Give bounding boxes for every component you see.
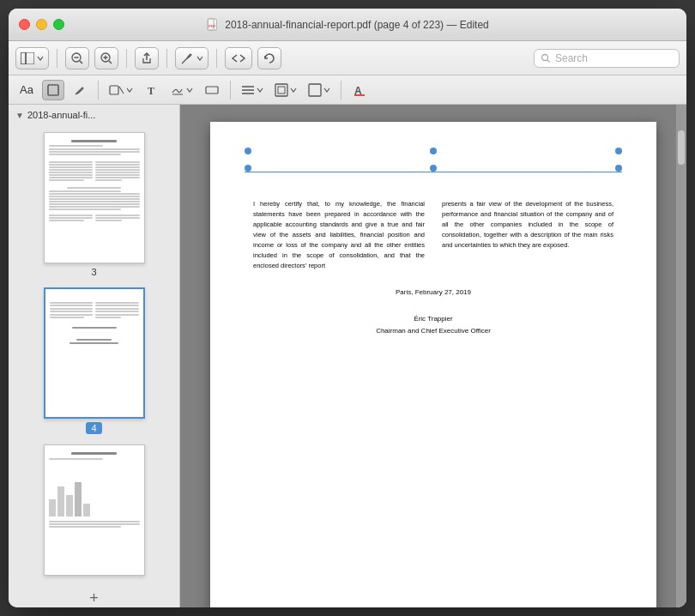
- draw-icon: [74, 84, 86, 96]
- svg-line-8: [80, 61, 82, 63]
- handle-dot-tm[interactable]: [430, 148, 437, 154]
- thumb-image-3: [44, 132, 145, 263]
- thumb-image-4: [44, 287, 145, 419]
- toolbar-primary: Search: [9, 41, 686, 75]
- shape-icon: [109, 84, 124, 96]
- prev-next-button[interactable]: [225, 47, 252, 69]
- window-title: 2018-annual-financial-report.pdf (page 4…: [225, 19, 489, 31]
- pen-tool-button[interactable]: [175, 47, 208, 69]
- chevron-down-icon: [37, 55, 44, 62]
- close-button[interactable]: [19, 19, 30, 30]
- traffic-lights: [19, 19, 64, 30]
- thumbnail-page-3[interactable]: 3: [9, 125, 179, 281]
- pdf-page: I hereby certify that, to my knowledge, …: [210, 122, 656, 607]
- page-body: I hereby certify that, to my knowledge, …: [253, 199, 613, 338]
- toolbar-secondary: Aa T: [9, 75, 686, 105]
- search-icon: [541, 53, 551, 63]
- select-button[interactable]: [42, 80, 64, 100]
- page-right-col: presents a fair view of the development …: [442, 199, 613, 271]
- shape-chevron-icon: [126, 87, 133, 94]
- handle-dot-ml[interactable]: [245, 165, 251, 172]
- thumb-label-4: 4: [86, 422, 101, 434]
- fill-button[interactable]: [305, 80, 334, 100]
- align-chevron-icon: [257, 87, 263, 94]
- form-button[interactable]: [201, 80, 223, 100]
- sidebar-chevron-icon: ▼: [15, 111, 24, 120]
- svg-line-12: [109, 61, 112, 63]
- sign-button[interactable]: [167, 80, 196, 100]
- page-date: Paris, February 27, 2019: [253, 288, 613, 296]
- zoom-out-button[interactable]: [65, 47, 89, 69]
- rotate-icon: [263, 51, 276, 65]
- sidebar-toggle-button[interactable]: [15, 47, 49, 69]
- toolbar-separator-3: [166, 49, 167, 68]
- svg-rect-22: [206, 87, 218, 94]
- color-button[interactable]: A: [348, 80, 371, 100]
- share-button[interactable]: [135, 47, 159, 69]
- scrollbar-thumb[interactable]: [678, 130, 685, 165]
- toolbar2-sep-1: [98, 81, 99, 100]
- window-title-area: PDF 2018-annual-financial-report.pdf (pa…: [206, 18, 489, 32]
- toolbar-separator-2: [126, 49, 127, 68]
- svg-rect-28: [309, 84, 321, 96]
- prev-next-icon: [230, 51, 247, 65]
- fill-chevron-icon: [323, 87, 330, 94]
- search-placeholder: Search: [555, 52, 588, 64]
- maximize-button[interactable]: [53, 19, 64, 30]
- zoom-in-button[interactable]: [94, 47, 118, 69]
- border-button[interactable]: [271, 80, 300, 100]
- shape-button[interactable]: [106, 80, 136, 100]
- pdf-viewer[interactable]: I hereby certify that, to my knowledge, …: [180, 105, 686, 607]
- scrollbar-track[interactable]: [676, 105, 686, 607]
- page-left-col: I hereby certify that, to my knowledge, …: [253, 199, 425, 271]
- sidebar: ▼ 2018-annual-fi...: [9, 105, 180, 607]
- minimize-button[interactable]: [36, 19, 47, 30]
- border-chevron-icon: [290, 87, 297, 94]
- fill-icon: [308, 83, 322, 97]
- svg-rect-3: [21, 52, 26, 64]
- zoom-out-icon: [70, 51, 84, 65]
- thumbnail-page-5[interactable]: [9, 438, 179, 583]
- svg-rect-26: [275, 84, 287, 96]
- handle-dot-tr[interactable]: [615, 148, 622, 154]
- align-icon: [241, 84, 255, 96]
- text-button[interactable]: T: [141, 80, 163, 100]
- page-two-col: I hereby certify that, to my knowledge, …: [253, 199, 613, 271]
- svg-rect-4: [21, 52, 34, 64]
- align-button[interactable]: [238, 80, 267, 100]
- handle-dot-tl[interactable]: [245, 148, 251, 154]
- add-icon: +: [89, 589, 99, 607]
- sidebar-header[interactable]: ▼ 2018-annual-fi...: [9, 105, 179, 125]
- handle-dot-mm[interactable]: [430, 165, 437, 172]
- svg-rect-19: [110, 86, 118, 94]
- svg-line-13: [182, 63, 183, 63]
- toolbar-separator-1: [57, 49, 57, 68]
- signature-title: Chairman and Chief Executive Officer: [253, 325, 613, 337]
- text-icon: T: [146, 84, 158, 96]
- signature-name: Éric Trappier: [253, 313, 613, 325]
- thumb-image-5: [44, 444, 145, 576]
- search-input[interactable]: Search: [534, 49, 680, 68]
- svg-rect-17: [48, 85, 58, 95]
- pdf-file-icon: PDF: [206, 18, 220, 32]
- add-page-button[interactable]: +: [9, 583, 179, 607]
- svg-point-15: [542, 54, 548, 60]
- thumb-label-3: 3: [91, 267, 96, 277]
- main-content: ▼ 2018-annual-fi...: [9, 105, 686, 607]
- draw-button[interactable]: [69, 80, 91, 100]
- svg-text:T: T: [148, 85, 154, 96]
- title-bar: PDF 2018-annual-financial-report.pdf (pa…: [9, 9, 686, 41]
- rotate-button[interactable]: [257, 47, 281, 69]
- pen-tool-icon: [180, 51, 194, 65]
- thumbnail-page-4[interactable]: 4: [9, 281, 179, 438]
- share-icon: [140, 51, 154, 65]
- sidebar-toggle-icon: [21, 52, 34, 64]
- selection-handles: [245, 148, 622, 182]
- font-button[interactable]: Aa: [15, 80, 38, 100]
- sign-chevron-icon: [186, 87, 193, 94]
- svg-text:PDF: PDF: [208, 24, 216, 28]
- page-signature: Éric Trappier Chairman and Chief Executi…: [253, 313, 613, 338]
- sign-icon: [171, 84, 184, 96]
- svg-rect-27: [278, 87, 285, 94]
- handle-dot-mr[interactable]: [615, 165, 622, 172]
